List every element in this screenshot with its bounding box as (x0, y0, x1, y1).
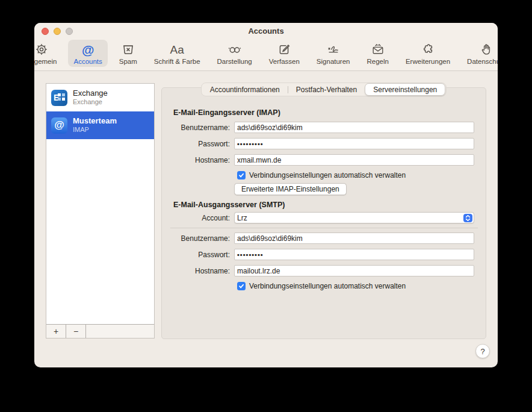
at-account-icon: @ (51, 117, 67, 134)
toolbar-label: Erweiterungen (406, 58, 450, 65)
smtp-username-row: Benutzername: (162, 233, 474, 244)
imap-username-row: Benutzername: (162, 122, 474, 133)
toolbar-label: Accounts (73, 58, 102, 65)
toolbar-label: Regeln (367, 58, 388, 65)
toolbar-item-schrift-farbe[interactable]: Aa Schrift & Farbe (149, 40, 206, 67)
junk-bin-icon (121, 42, 135, 57)
smtp-hostname-input[interactable] (234, 265, 474, 276)
advanced-imap-settings-button[interactable]: Erweiterte IMAP-Einstellungen (234, 183, 347, 195)
rules-envelope-icon (371, 42, 385, 57)
smtp-section-heading: E-Mail-Ausgangsserver (SMTP) (173, 201, 285, 209)
window-title: Accounts (34, 27, 498, 36)
imap-hostname-input[interactable] (234, 154, 474, 166)
checkbox-label: Verbindungseinstellungen automatisch ver… (249, 282, 406, 290)
hostname-label: Hostname: (162, 267, 234, 275)
server-settings-pane: E-Mail-Eingangsserver (IMAP) Benutzernam… (161, 87, 486, 339)
toolbar-item-darstellung[interactable]: Darstellung (212, 40, 258, 67)
toolbar-label: Darstellung (217, 58, 252, 65)
toolbar-label: Signaturen (317, 58, 350, 65)
checkbox-checked-icon (237, 171, 246, 179)
settings-tabbar: Accountinformationen Postfach-Verhalten … (34, 83, 498, 96)
remove-account-button[interactable]: − (66, 325, 86, 338)
signature-icon (326, 42, 341, 57)
toolbar-item-signaturen[interactable]: Signaturen (311, 40, 356, 67)
smtp-account-row: Account: Lrz (162, 212, 474, 223)
password-label: Passwort: (162, 140, 234, 148)
toolbar-item-allgemein[interactable]: Allgemein (34, 40, 62, 67)
tab-servereinstellungen[interactable]: Servereinstellungen (365, 83, 445, 96)
tab-postfach-verhalten[interactable]: Postfach-Verhalten (288, 83, 365, 96)
preferences-toolbar: Allgemein @ Accounts Spam Aa Schrift & F… (34, 40, 498, 71)
account-list-actions: + − (46, 324, 154, 338)
smtp-auto-manage-checkbox[interactable]: Verbindungseinstellungen automatisch ver… (237, 282, 406, 290)
account-type: IMAP (73, 126, 117, 134)
smtp-password-input[interactable] (234, 249, 474, 260)
gear-icon (34, 42, 49, 57)
toolbar-label: Spam (119, 58, 137, 65)
toolbar-item-verfassen[interactable]: Verfassen (264, 40, 305, 67)
toolbar-item-datenschutz[interactable]: Datenschutz (462, 40, 498, 67)
tab-accountinformationen[interactable]: Accountinformationen (202, 83, 288, 96)
toolbar-label: Datenschutz (467, 58, 498, 65)
compose-icon (277, 42, 291, 57)
smtp-username-input[interactable] (234, 233, 474, 244)
imap-password-input[interactable] (234, 138, 474, 149)
hand-icon (479, 42, 493, 57)
toolbar-label: Schrift & Farbe (154, 58, 200, 65)
username-label: Benutzername: (162, 123, 234, 132)
checkbox-checked-icon (237, 282, 246, 290)
smtp-account-value: Lrz (237, 214, 247, 222)
toolbar-label: Allgemein (34, 58, 57, 65)
account-row-musterteam[interactable]: @ Musterteam IMAP (46, 111, 154, 139)
at-icon: @ (82, 42, 94, 57)
fonts-icon: Aa (170, 42, 184, 57)
checkbox-label: Verbindungseinstellungen automatisch ver… (249, 171, 406, 179)
imap-hostname-row: Hostname: (162, 154, 474, 166)
account-label: Account: (162, 214, 234, 222)
account-type: Exchange (73, 98, 108, 107)
puzzle-icon (421, 42, 435, 57)
username-label: Benutzername: (162, 234, 234, 243)
account-name: Musterteam (73, 116, 117, 126)
list-actions-filler (86, 325, 154, 338)
tab-set: Accountinformationen Postfach-Verhalten … (201, 83, 447, 96)
imap-username-input[interactable] (234, 122, 474, 133)
glasses-icon (227, 42, 242, 57)
titlebar-toolbar: Accounts Allgemein @ Accounts (34, 23, 498, 71)
smtp-account-popup[interactable]: Lrz (234, 212, 474, 223)
toolbar-label: Verfassen (269, 58, 300, 65)
toolbar-item-erweiterungen[interactable]: Erweiterungen (400, 40, 456, 67)
toolbar-item-spam[interactable]: Spam (114, 40, 143, 67)
accounts-list: E Exchange Exchange @ Musterteam IMAP (46, 84, 154, 324)
imap-password-row: Passwort: (162, 138, 474, 149)
toolbar-item-regeln[interactable]: Regeln (361, 40, 394, 67)
password-label: Passwort: (162, 251, 234, 259)
help-button[interactable]: ? (475, 344, 490, 358)
smtp-divider (170, 228, 478, 228)
add-account-button[interactable]: + (46, 325, 66, 338)
toolbar-item-accounts[interactable]: @ Accounts (68, 40, 107, 67)
mail-preferences-window: Accounts Allgemein @ Accounts (34, 23, 498, 367)
imap-section-heading: E-Mail-Eingangsserver (IMAP) (173, 108, 280, 117)
imap-auto-manage-checkbox[interactable]: Verbindungseinstellungen automatisch ver… (237, 171, 406, 179)
smtp-password-row: Passwort: (162, 249, 474, 260)
popup-stepper-icon (463, 214, 472, 222)
smtp-hostname-row: Hostname: (162, 265, 474, 276)
hostname-label: Hostname: (162, 156, 234, 164)
accounts-sidebar: E Exchange Exchange @ Musterteam IMAP + … (46, 83, 155, 339)
